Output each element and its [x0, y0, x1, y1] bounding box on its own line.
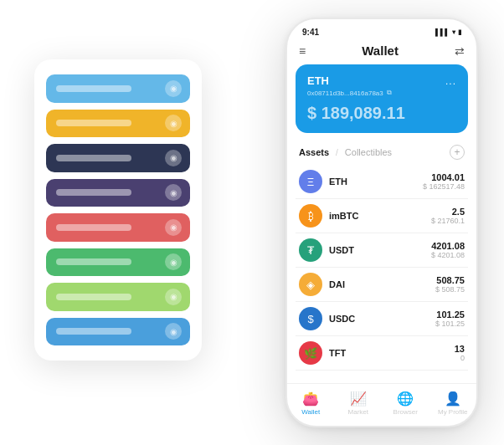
asset-usd-tft: 0 — [455, 354, 465, 362]
asset-values-dai: 508.75 $ 508.75 — [435, 275, 465, 294]
menu-icon[interactable]: ≡ — [299, 44, 306, 58]
nav-label-wallet: Wallet — [301, 408, 320, 416]
nav-item-wallet[interactable]: 👛 Wallet — [287, 391, 335, 416]
asset-amount-dai: 508.75 — [435, 275, 465, 285]
bar-icon-4: ◉ — [165, 219, 182, 236]
asset-item-eth[interactable]: Ξ ETH 1004.01 $ 162517.48 — [296, 165, 468, 199]
asset-icon-usdc: $ — [299, 307, 322, 330]
status-bar: 9:41 ▌▌▌ ▾ ▮ — [287, 19, 476, 40]
asset-item-usdt[interactable]: ₮ USDT 4201.08 $ 4201.08 — [296, 233, 468, 268]
asset-name-imbtc: imBTC — [329, 211, 431, 221]
asset-values-usdt: 4201.08 $ 4201.08 — [431, 241, 465, 259]
nav-item-my-profile[interactable]: 👤 My Profile — [429, 391, 477, 416]
status-time: 9:41 — [302, 28, 319, 37]
asset-list: Ξ ETH 1004.01 $ 162517.48 ₿ imBTC 2.5 $ … — [287, 165, 476, 383]
bar-text-2 — [56, 155, 131, 161]
phone-header: ≡ Wallet ⇄ — [287, 40, 476, 64]
bar-text-1 — [56, 120, 131, 126]
assets-tabs: Assets / Collectibles — [299, 147, 392, 157]
eth-address: 0x08711d3b...8416a78a3 ⧉ — [307, 89, 456, 97]
phone-frame: 9:41 ▌▌▌ ▾ ▮ ≡ Wallet ⇄ ETH ... 0x08711d… — [285, 18, 478, 427]
tab-assets[interactable]: Assets — [299, 147, 329, 157]
background-card: ◉ ◉ ◉ ◉ ◉ ◉ ◉ ◉ — [34, 59, 202, 361]
nav-item-market[interactable]: 📈 Market — [335, 391, 383, 416]
bar-text-4 — [56, 224, 131, 231]
asset-usd-imbtc: $ 21760.1 — [431, 217, 465, 225]
asset-item-dai[interactable]: ◈ DAI 508.75 $ 508.75 — [296, 268, 468, 302]
header-title: Wallet — [362, 43, 399, 58]
bar-icon-7: ◉ — [165, 323, 182, 340]
copy-icon[interactable]: ⧉ — [387, 89, 392, 97]
nav-icon-my-profile: 👤 — [445, 391, 461, 407]
eth-balance: $ 189,089.11 — [307, 104, 405, 122]
bar-icon-2: ◉ — [165, 150, 182, 166]
bar-icon-5: ◉ — [165, 253, 182, 270]
signal-icon: ▌▌▌ — [435, 28, 450, 36]
asset-icon-imbtc: ₿ — [299, 204, 322, 228]
asset-icon-eth: Ξ — [299, 170, 322, 193]
wifi-icon: ▾ — [452, 28, 455, 36]
bar-text-5 — [56, 258, 131, 265]
assets-header: Assets / Collectibles + — [287, 141, 476, 165]
asset-usd-usdt: $ 4201.08 — [431, 251, 465, 259]
battery-icon: ▮ — [458, 28, 461, 36]
asset-icon-dai: ◈ — [299, 273, 322, 296]
asset-name-usdt: USDT — [329, 245, 431, 255]
asset-usd-usdc: $ 101.25 — [435, 320, 465, 328]
asset-amount-imbtc: 2.5 — [431, 207, 465, 217]
asset-name-usdc: USDC — [329, 314, 435, 324]
asset-values-tft: 13 0 — [455, 344, 465, 362]
nav-icon-market: 📈 — [350, 391, 367, 407]
color-bar-7: ◉ — [46, 318, 190, 346]
status-icons: ▌▌▌ ▾ ▮ — [435, 28, 461, 36]
color-bar-6: ◉ — [46, 283, 190, 311]
nav-icon-wallet: 👛 — [302, 391, 319, 407]
asset-amount-eth: 1004.01 — [423, 172, 465, 182]
asset-amount-tft: 13 — [455, 344, 465, 354]
scan-icon[interactable]: ⇄ — [455, 44, 465, 58]
color-bar-5: ◉ — [46, 248, 190, 277]
bar-icon-3: ◉ — [165, 184, 182, 201]
asset-name-dai: DAI — [329, 279, 435, 289]
eth-card-header: ETH ... — [307, 74, 456, 87]
color-bar-0: ◉ — [46, 74, 190, 103]
asset-values-imbtc: 2.5 $ 21760.1 — [431, 207, 465, 225]
eth-label: ETH — [307, 74, 329, 87]
eth-card: ETH ... 0x08711d3b...8416a78a3 ⧉ $ 189,0… — [296, 64, 468, 133]
color-bar-1: ◉ — [46, 110, 190, 138]
add-asset-button[interactable]: + — [450, 145, 465, 160]
color-bar-4: ◉ — [46, 213, 190, 242]
tab-divider: / — [336, 148, 338, 157]
bar-text-6 — [56, 294, 131, 300]
asset-icon-usdt: ₮ — [299, 238, 322, 262]
color-bar-3: ◉ — [46, 179, 190, 207]
asset-item-imbtc[interactable]: ₿ imBTC 2.5 $ 21760.1 — [296, 199, 468, 233]
bar-icon-0: ◉ — [165, 80, 182, 97]
bar-icon-1: ◉ — [165, 115, 182, 131]
asset-values-eth: 1004.01 $ 162517.48 — [423, 172, 465, 191]
tab-collectibles[interactable]: Collectibles — [345, 147, 392, 157]
asset-usd-dai: $ 508.75 — [435, 285, 465, 294]
nav-label-browser: Browser — [393, 408, 418, 416]
nav-label-market: Market — [348, 408, 368, 416]
bar-text-3 — [56, 189, 131, 196]
bar-text-0 — [56, 85, 131, 92]
asset-name-tft: TFT — [329, 348, 455, 358]
asset-item-tft[interactable]: 🌿 TFT 13 0 — [296, 336, 468, 371]
nav-label-my-profile: My Profile — [438, 408, 468, 416]
nav-item-browser[interactable]: 🌐 Browser — [382, 391, 429, 416]
nav-icon-browser: 🌐 — [397, 391, 414, 407]
color-bar-2: ◉ — [46, 144, 190, 172]
asset-item-usdc[interactable]: $ USDC 101.25 $ 101.25 — [296, 302, 468, 336]
asset-name-eth: ETH — [329, 176, 423, 187]
eth-more-icon[interactable]: ... — [445, 75, 456, 87]
bar-text-7 — [56, 328, 131, 335]
eth-balance-prefix: $ 189,089.11 — [307, 104, 456, 123]
asset-icon-tft: 🌿 — [299, 341, 322, 365]
scene: ◉ ◉ ◉ ◉ ◉ ◉ ◉ ◉ 9:41 ▌▌▌ ▾ ▮ — [9, 9, 495, 436]
bar-icon-6: ◉ — [165, 289, 182, 305]
asset-values-usdc: 101.25 $ 101.25 — [435, 309, 465, 328]
bottom-nav: 👛 Wallet 📈 Market 🌐 Browser 👤 My Profile — [287, 383, 476, 426]
asset-usd-eth: $ 162517.48 — [423, 182, 465, 191]
asset-amount-usdt: 4201.08 — [431, 241, 465, 251]
